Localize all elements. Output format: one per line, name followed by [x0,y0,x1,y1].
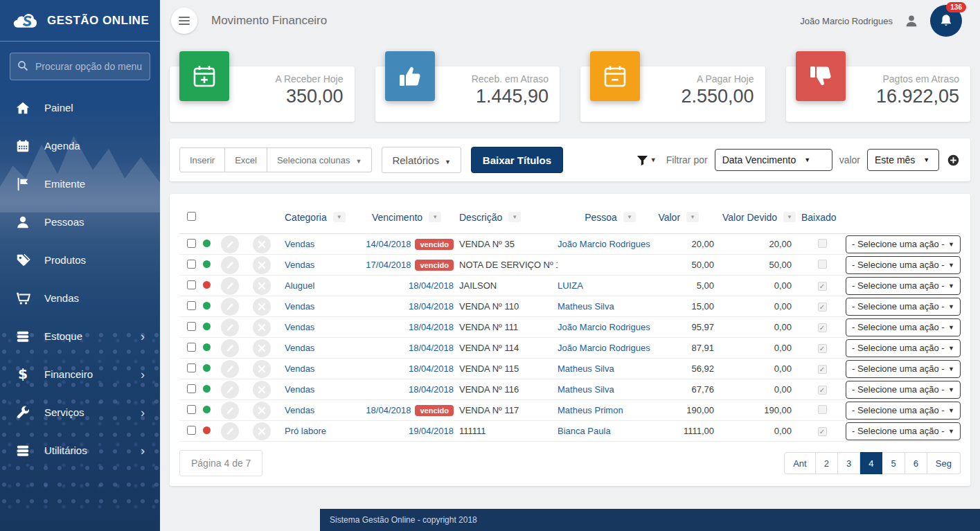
row-checkbox[interactable] [187,363,196,372]
delete-button[interactable] [253,339,271,357]
row-action-select[interactable]: - Selecione uma ação -▼ [846,256,961,274]
edit-button[interactable] [221,256,239,274]
pessoa-link[interactable]: João Marcio Rodrigues [558,322,650,332]
filter-field-select[interactable]: Data Vencimento ▼ [715,149,832,171]
sort-caret-icon[interactable]: ▼ [429,212,441,222]
delete-button[interactable] [253,235,271,253]
row-checkbox[interactable] [187,239,196,248]
row-checkbox[interactable] [187,260,196,269]
sidebar-item-agenda[interactable]: Agenda [0,127,160,165]
pessoa-link[interactable]: LUIZA [558,280,583,291]
categoria-link[interactable]: Vendas [285,301,314,312]
row-action-select[interactable]: - Selecione uma ação -▼ [846,298,961,316]
delete-button[interactable] [253,256,271,274]
sidebar-item-financeiro[interactable]: $Financeiro› [0,355,160,393]
page-button-ant[interactable]: Ant [784,452,816,474]
row-checkbox[interactable] [187,322,196,331]
user-icon[interactable] [904,13,919,28]
delete-button[interactable] [253,298,271,316]
menu-toggle-button[interactable] [171,8,197,34]
page-button-6[interactable]: 6 [905,452,927,474]
vencido-badge: vencido [415,239,454,250]
seleciona-colunas-button[interactable]: Seleciona colunas▼ [267,147,372,172]
sort-caret-icon[interactable]: ▼ [783,212,796,222]
notifications-button[interactable]: 136 [930,5,962,37]
filter-menu-button[interactable]: ▼ [634,152,659,169]
sidebar-item-servicos[interactable]: Serviços› [0,393,160,431]
sidebar-item-pessoas[interactable]: Pessoas [0,203,160,241]
descricao-text: JAILSON [459,280,558,291]
page-button-3[interactable]: 3 [838,452,860,474]
sidebar-item-produtos[interactable]: Produtos [0,241,160,279]
delete-button[interactable] [253,277,271,295]
pessoa-link[interactable]: Bianca Paula [558,426,611,436]
sidebar-item-estoque[interactable]: Estoque› [0,317,160,355]
pessoa-link[interactable]: Matheus Primon [558,405,623,415]
sidebar-item-painel[interactable]: Painel [0,89,160,127]
add-filter-button[interactable] [946,153,961,168]
sort-caret-icon[interactable]: ▼ [333,212,346,222]
row-checkbox[interactable] [187,280,196,289]
categoria-link[interactable]: Aluguel [285,280,314,291]
delete-button[interactable] [253,402,271,420]
row-checkbox[interactable] [187,426,196,435]
delete-button[interactable] [253,422,271,440]
row-checkbox[interactable] [187,301,196,310]
filter-period-select[interactable]: Este mês ▼ [867,149,939,171]
delete-button[interactable] [253,318,271,336]
row-action-select[interactable]: - Selecione uma ação -▼ [846,339,961,357]
page-button-4[interactable]: 4 [860,452,882,474]
pessoa-link[interactable]: Matheus Silva [558,384,614,395]
sidebar-item-emitente[interactable]: Emitente [0,165,160,203]
sidebar-item-utilitarios[interactable]: Utilitários› [0,431,160,469]
edit-button[interactable] [221,422,239,440]
pessoa-link[interactable]: João Marcio Rodrigues [558,343,650,353]
relatorios-button[interactable]: Relatórios▼ [382,147,461,173]
row-action-select[interactable]: - Selecione uma ação -▼ [846,318,961,336]
row-action-select[interactable]: - Selecione uma ação -▼ [846,360,961,378]
summary-card-receb-em-atraso: Receb. em Atraso1.445,90 [375,66,560,122]
categoria-link[interactable]: Vendas [285,322,314,332]
row-action-select[interactable]: - Selecione uma ação -▼ [846,381,961,399]
row-action-select[interactable]: - Selecione uma ação -▼ [846,402,961,420]
excel-button[interactable]: Excel [225,147,267,172]
categoria-link[interactable]: Vendas [285,239,314,249]
edit-button[interactable] [221,402,239,420]
categoria-link[interactable]: Vendas [285,343,314,353]
delete-button[interactable] [253,381,271,399]
row-checkbox[interactable] [187,405,196,414]
edit-button[interactable] [221,360,239,378]
edit-button[interactable] [221,277,239,295]
categoria-link[interactable]: Vendas [285,384,314,395]
sidebar-item-vendas[interactable]: Vendas [0,279,160,317]
edit-button[interactable] [221,318,239,336]
row-action-select[interactable]: - Selecione uma ação -▼ [846,422,961,440]
pessoa-link[interactable]: Matheus Silva [558,363,614,374]
search-icon [17,60,28,71]
page-button-5[interactable]: 5 [882,452,905,474]
categoria-link[interactable]: Pró labore [285,426,326,436]
page-button-2[interactable]: 2 [816,452,838,474]
row-action-select[interactable]: - Selecione uma ação -▼ [846,235,961,253]
sort-caret-icon[interactable]: ▼ [623,212,636,222]
pessoa-link[interactable]: Matheus Silva [558,301,614,312]
edit-button[interactable] [221,298,239,316]
row-action-select[interactable]: - Selecione uma ação -▼ [846,277,961,295]
sort-caret-icon[interactable]: ▼ [508,212,521,222]
delete-button[interactable] [253,360,271,378]
page-button-seg[interactable]: Seg [927,452,961,474]
row-checkbox[interactable] [187,343,196,352]
categoria-link[interactable]: Vendas [285,405,314,415]
pessoa-link[interactable]: João Marcio Rodrigues [558,239,650,249]
sort-caret-icon[interactable]: ▼ [686,212,699,222]
menu-search-input[interactable] [10,53,150,80]
row-checkbox[interactable] [187,384,196,393]
edit-button[interactable] [221,235,239,253]
categoria-link[interactable]: Vendas [285,260,314,270]
categoria-link[interactable]: Vendas [285,363,314,374]
edit-button[interactable] [221,339,239,357]
baixar-titulos-button[interactable]: Baixar Títulos [471,147,563,173]
inserir-button[interactable]: Inserir [179,147,225,172]
select-all-checkbox[interactable] [187,212,196,221]
edit-button[interactable] [221,381,239,399]
